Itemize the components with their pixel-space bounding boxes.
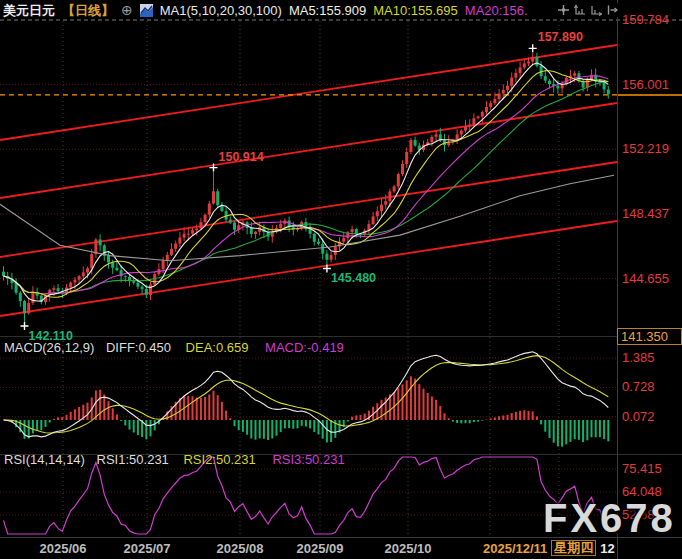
mini-chart-icon[interactable] [140,4,153,17]
x-axis-tick-label: 2025/06 [31,541,95,556]
macd-value-label: MACD:-0.419 [265,340,344,355]
price-annotation-high: 150.914 [219,150,264,164]
chart-app: 美元日元 【日线】 ⊕ MA1(5,10,20,30,100) MA5:155.… [0,0,682,559]
macd-axis-tick-label: 1.385 [622,350,655,365]
y-axis-scale-icon[interactable] [572,3,587,17]
rsi-axis-tick-label: 75.415 [622,461,662,476]
rsi1-label: RSI1:50.231 [97,452,169,467]
rsi-legend: RSI(14,14,14) RSI1:50.231 RSI2:50.231 RS… [4,452,345,467]
last-date-label: 2025/12/11 [483,541,547,556]
ma10-value-label: MA10:155.695 [373,3,458,18]
price-axis-tick-label: 148.437 [622,206,669,221]
x-axis-tick-label: 2025/07 [115,541,179,556]
x-axis-scale-icon[interactable] [588,3,603,17]
price-axis-tick-label: 144.655 [622,271,669,286]
pan-icon[interactable] [556,3,571,17]
weekday-label: 星期四 [551,540,596,556]
macd-axis-tick-label: 0.072 [622,409,655,424]
x-axis-tick-label: 2025/09 [288,541,352,556]
macd-diff-label: DIFF:0.450 [106,340,171,355]
price-axis-tick-label: 152.219 [622,141,669,156]
chart-toolbar [556,3,619,17]
ma5-value-label: MA5:155.909 [289,3,366,18]
x-axis-tick-label: 2025/10 [376,541,440,556]
ma-settings-label: MA1(5,10,20,30,100) [160,3,282,18]
day-label: 12 [600,541,614,556]
period-label: 【日线】 [62,2,114,20]
macd-dea-label: DEA:0.659 [186,340,249,355]
rsi-params-label: RSI(14,14,14) [4,452,85,467]
last-date-group: 2025/12/11 星期四 12 [483,540,615,556]
watermark: FX678 [543,496,676,541]
rsi3-label: RSI3:50.231 [272,452,344,467]
chart-header: 美元日元 【日线】 ⊕ MA1(5,10,20,30,100) MA5:155.… [3,2,528,19]
macd-axis-tick-label: 0.728 [622,379,655,394]
price-annotation-low: 145.480 [331,271,376,285]
zoom-icon[interactable]: ⊕ [121,4,133,17]
rsi2-label: RSI2:50.231 [183,452,255,467]
price-min-box-label: 141.350 [617,328,682,345]
ma20-value-label: MA20:156. [465,3,528,18]
price-axis-tick-label: 159.784 [622,12,669,27]
price-annotation-high: 157.890 [538,30,583,44]
shift-right-icon[interactable] [604,3,619,17]
price-annotation-low: 142.110 [29,329,74,343]
symbol-title: 美元日元 [3,2,55,20]
price-axis-tick-label: 156.001 [622,77,669,92]
x-axis-tick-label: 2025/08 [208,541,272,556]
